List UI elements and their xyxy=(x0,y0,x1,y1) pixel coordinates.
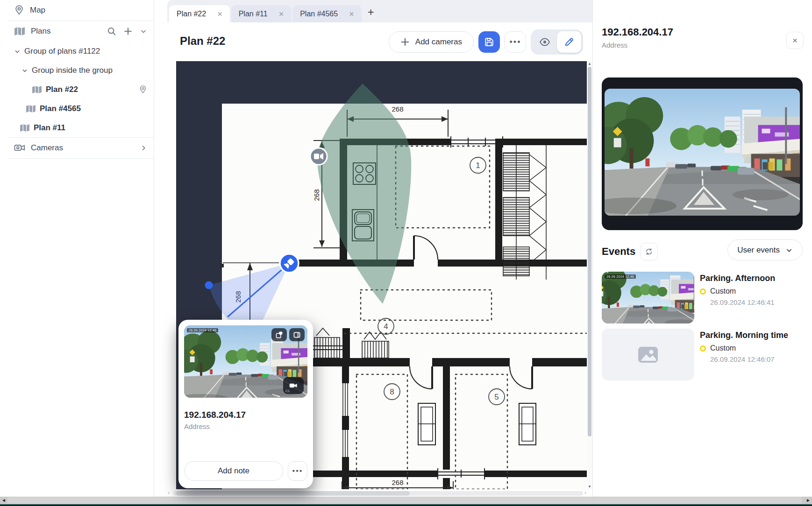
sidebar-item-cameras[interactable]: Cameras xyxy=(4,138,154,158)
side-panel-icon[interactable] xyxy=(289,328,305,341)
event-type-label: Custom xyxy=(710,287,736,295)
sidebar-cameras-label: Cameras xyxy=(31,143,63,153)
scroll-right-icon[interactable]: › xyxy=(584,490,586,495)
edit-mode-button[interactable] xyxy=(557,31,581,53)
events-heading: Events xyxy=(602,246,635,258)
tree-item-label: Group of plans #1122 xyxy=(24,47,100,56)
room-number: 5 xyxy=(494,393,499,401)
plan-toolbar: Plan #22 Add cameras ••• xyxy=(154,22,592,61)
browser-horizontal-scrollbar[interactable]: ◄ ► xyxy=(0,497,812,504)
dimension-label: 268 xyxy=(313,189,321,201)
add-note-button[interactable]: Add note xyxy=(184,461,283,481)
browser-scroll-thumb[interactable] xyxy=(7,497,802,504)
chevron-down-icon[interactable] xyxy=(21,67,28,74)
camera-stream-image xyxy=(605,89,800,216)
scroll-left-icon[interactable]: ◄ xyxy=(1,498,6,503)
map-icon xyxy=(32,85,42,94)
camera-ip-title: 192.168.204.17 xyxy=(184,410,307,420)
camera-live-view[interactable] xyxy=(605,89,800,216)
scroll-right-icon[interactable]: ► xyxy=(806,498,811,503)
add-cameras-button[interactable]: Add cameras xyxy=(389,31,474,53)
camera-marker[interactable] xyxy=(310,148,327,165)
event-timestamp: 26.09.2024 12:46:07 xyxy=(710,355,788,363)
save-floppy-icon xyxy=(484,37,494,47)
taskbar-edge xyxy=(0,504,812,506)
event-title: Parking. Afternoon xyxy=(700,274,775,283)
view-edit-toggle xyxy=(531,29,583,55)
add-plan-icon[interactable] xyxy=(124,27,132,35)
add-tab-icon[interactable]: + xyxy=(368,6,374,19)
event-snapshot xyxy=(602,272,694,323)
horizontal-scroll-thumb[interactable] xyxy=(176,491,410,496)
fov-drag-handle[interactable] xyxy=(205,281,213,289)
tab-label: Plan #11 xyxy=(239,10,268,18)
collapse-plans-chevron-icon[interactable] xyxy=(140,28,147,35)
tab-label: Plan #22 xyxy=(177,10,206,18)
event-row[interactable]: 26.09.2024 12:46 Parking. Afternoon Cust… xyxy=(602,272,803,323)
tree-item-label: Group inside the group xyxy=(32,66,113,75)
open-in-window-icon[interactable] xyxy=(271,328,287,341)
sidebar-item-group-inside[interactable]: Group inside the group xyxy=(4,61,154,80)
scroll-down-icon[interactable]: ▼ xyxy=(587,485,592,489)
eye-icon xyxy=(539,36,550,48)
chevron-right-icon[interactable] xyxy=(140,144,147,152)
refresh-events-button[interactable] xyxy=(640,243,658,260)
close-panel-button[interactable]: × xyxy=(786,32,804,49)
save-button[interactable] xyxy=(478,31,500,53)
dimension-label: 268 xyxy=(392,478,403,486)
camera-count-badge: C1 xyxy=(283,377,304,394)
sidebar-divider xyxy=(7,158,154,159)
sidebar-item-plan-22[interactable]: Plan #22 xyxy=(4,80,154,99)
tab-plan-22[interactable]: Plan #22 × xyxy=(169,5,230,22)
tree-item-label: Plan #4565 xyxy=(40,104,81,113)
view-mode-button[interactable] xyxy=(533,31,557,53)
map-icon xyxy=(20,124,30,132)
snapshot-timestamp: 26.09.2024 12:46 xyxy=(187,328,218,332)
event-type-label: Custom xyxy=(710,344,736,352)
sidebar-item-plan-4565[interactable]: Plan #4565 xyxy=(4,99,154,118)
scroll-up-icon[interactable]: ▲ xyxy=(587,62,592,66)
search-icon[interactable] xyxy=(107,27,116,36)
vertical-scroll-thumb[interactable] xyxy=(588,67,591,436)
sidebar-item-map[interactable]: Map xyxy=(4,0,154,21)
selected-camera-marker[interactable] xyxy=(280,254,299,273)
event-snapshot-timestamp: 26.09.2024 12:46 xyxy=(605,274,636,279)
tab-label: Plan #4565 xyxy=(300,10,338,18)
map-icon xyxy=(26,105,36,113)
event-type-dot-icon xyxy=(700,345,706,351)
scroll-left-icon[interactable]: ‹ xyxy=(168,490,170,495)
plan-horizontal-scrollbar[interactable] xyxy=(173,491,583,496)
app-window: Map Plans xyxy=(0,0,812,506)
event-row[interactable]: Parking. Morning time Custom 26.09.2024 … xyxy=(602,329,803,380)
page-title: Plan #22 xyxy=(180,35,225,48)
pencil-icon xyxy=(564,37,574,47)
close-tab-icon[interactable]: × xyxy=(217,10,222,18)
sidebar-plans-label: Plans xyxy=(31,27,51,36)
camera-popup-card: 26.09.2024 12:46 C1 xyxy=(178,320,313,488)
shown-on-plan-pin-icon xyxy=(139,85,147,94)
camera-more-button[interactable]: ••• xyxy=(288,461,307,481)
close-tab-icon[interactable]: × xyxy=(349,10,354,18)
details-ip-title: 192.168.204.17 xyxy=(602,26,673,38)
tab-plan-4565[interactable]: Plan #4565 × xyxy=(292,5,361,22)
camera-popup-preview[interactable]: 26.09.2024 12:46 C1 xyxy=(184,325,307,398)
event-filter-dropdown[interactable]: User events xyxy=(727,239,803,260)
event-title: Parking. Morning time xyxy=(700,330,788,340)
map-icon xyxy=(14,27,25,36)
chevron-down-icon xyxy=(785,246,793,254)
camera-live-frame xyxy=(602,77,803,230)
sidebar-map-label: Map xyxy=(30,6,45,15)
more-options-button[interactable]: ••• xyxy=(505,31,526,53)
event-thumbnail[interactable]: 26.09.2024 12:46 xyxy=(602,272,694,323)
chevron-down-icon[interactable] xyxy=(14,48,21,55)
camera-address-label: Address xyxy=(184,422,307,430)
tab-bar: Plan #22 × Plan #11 × Plan #4565 × + xyxy=(154,0,592,22)
close-tab-icon[interactable]: × xyxy=(279,10,284,18)
sidebar-item-plans[interactable]: Plans xyxy=(4,21,154,42)
event-timestamp: 26.09.2024 12:46:41 xyxy=(710,298,775,306)
sidebar-item-group-1122[interactable]: Group of plans #1122 xyxy=(4,42,154,61)
add-cameras-label: Add cameras xyxy=(415,37,462,47)
sidebar-item-plan-11[interactable]: Plan #11 xyxy=(4,118,154,137)
tab-plan-11[interactable]: Plan #11 × xyxy=(231,5,292,22)
plan-vertical-scrollbar[interactable]: ▲ ▼ xyxy=(587,61,592,489)
